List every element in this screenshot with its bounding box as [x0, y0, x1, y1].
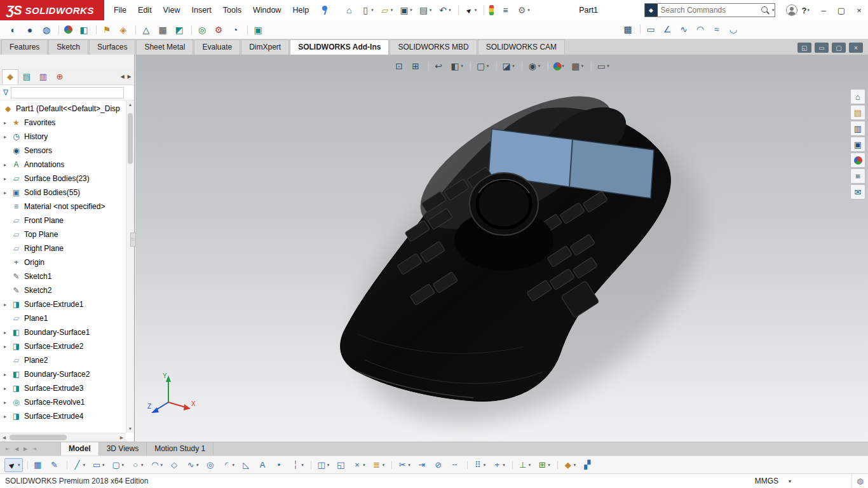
- tree-item[interactable]: ▸ ◨ Surface-Extrude3: [0, 381, 126, 395]
- expand-arrow-icon[interactable]: ▸: [4, 190, 11, 196]
- featuremanager-tab[interactable]: ◆: [2, 69, 18, 85]
- expand-arrow-icon[interactable]: ▸: [4, 176, 11, 182]
- menu-window[interactable]: Window: [247, 0, 287, 20]
- measure-icon[interactable]: ▦: [155, 22, 170, 37]
- extend-entities-icon[interactable]: ⇥ ▾: [414, 458, 430, 472]
- tags-globe-icon[interactable]: ◍: [851, 474, 868, 488]
- tree-item[interactable]: ▸ + Origin: [0, 255, 126, 269]
- mass-properties-icon[interactable]: △: [139, 22, 154, 37]
- help-button[interactable]: ? ▾: [802, 6, 810, 15]
- dropdown-caret-icon[interactable]: ▾: [529, 463, 531, 468]
- expand-arrow-icon[interactable]: ▸: [4, 344, 11, 349]
- dropdown-caret-icon[interactable]: ▾: [161, 463, 163, 468]
- previous-view-icon[interactable]: ↩ ▾: [431, 58, 446, 74]
- point-icon[interactable]: • ▾: [271, 458, 287, 472]
- quick-snaps-icon[interactable]: ◆ ▾: [560, 458, 579, 472]
- primitives-arc-icon[interactable]: ◠: [693, 22, 708, 37]
- expand-arrow-icon[interactable]: ▸: [4, 372, 11, 377]
- tag-icon[interactable]: ◈: [116, 22, 131, 37]
- primitives-box-icon[interactable]: ▭: [643, 22, 658, 37]
- tree-filter-input[interactable]: [11, 87, 124, 98]
- expand-arrow-icon[interactable]: ▸: [4, 330, 11, 336]
- sketch-fillet-icon[interactable]: ◜ ▾: [219, 458, 238, 472]
- tree-item[interactable]: ▸ ▱ Right Plane: [0, 241, 126, 255]
- options-icon[interactable]: ⚙ ▾: [514, 3, 532, 18]
- dropdown-caret-icon[interactable]: ▾: [484, 463, 486, 468]
- dropdown-caret-icon[interactable]: ▾: [383, 463, 385, 468]
- sensors-tool-icon[interactable]: ◔: [227, 22, 243, 37]
- tree-item[interactable]: ▸ ✎ Sketch2: [0, 283, 126, 297]
- dropdown-caret-icon[interactable]: ▾: [233, 463, 235, 468]
- rapid-sketch-icon[interactable]: ▞ ▾: [580, 458, 595, 472]
- linear-sketch-pattern-icon[interactable]: ⠿ ▾: [470, 458, 489, 472]
- panel-tab-right-icon[interactable]: ▶: [126, 71, 133, 83]
- tree-item[interactable]: ▸ ▣ Solid Bodies(55): [0, 186, 126, 200]
- mirror-entities-icon[interactable]: ◫ ▾: [314, 458, 332, 472]
- offset-entities-icon[interactable]: ≣ ▾: [369, 458, 388, 472]
- primitives-angle-icon[interactable]: ∠: [660, 22, 675, 37]
- tree-item[interactable]: ▸ ▱ Plane1: [0, 311, 126, 325]
- dropdown-caret-icon[interactable]: ▾: [562, 64, 564, 69]
- hide-show-items-icon[interactable]: ◉ ▾: [525, 58, 543, 74]
- move-entities-icon[interactable]: + ▾: [489, 458, 508, 472]
- tree-vertical-scrollbar[interactable]: ▲ ▼: [126, 100, 134, 433]
- rectangle-icon[interactable]: ▭ ▾: [89, 458, 107, 472]
- flag-review-icon[interactable]: ⚑: [99, 22, 114, 37]
- tree-item[interactable]: ▸ ▱ Top Plane: [0, 227, 126, 241]
- dropdown-caret-icon[interactable]: ▾: [538, 64, 541, 69]
- tree-item[interactable]: ▸ ≡ Material <not specified>: [0, 200, 126, 214]
- help-caret-icon[interactable]: ▾: [807, 8, 810, 13]
- prev-tab-icon[interactable]: ◀: [12, 446, 21, 452]
- scroll-down-icon[interactable]: ▼: [126, 424, 134, 433]
- doc-pane-icon[interactable]: ◱: [797, 43, 811, 53]
- zoom-to-fit-icon[interactable]: ⊡ ▾: [391, 58, 407, 74]
- tree-horizontal-scrollbar[interactable]: ◀ ▶: [0, 433, 126, 442]
- copy-appearance-icon[interactable]: ◧: [76, 22, 92, 37]
- text-icon[interactable]: A ▾: [255, 458, 270, 472]
- search-input[interactable]: [658, 6, 759, 15]
- tree-item[interactable]: ▸ ◧ Boundary-Surface2: [0, 367, 126, 381]
- minimize-button[interactable]: –: [815, 1, 832, 19]
- view-orientation-icon[interactable]: ▢ ▾: [473, 58, 492, 74]
- menu-file[interactable]: File: [108, 0, 132, 20]
- tab-3d-views[interactable]: 3D Views: [99, 442, 147, 456]
- render-region-icon[interactable]: ◍: [39, 22, 54, 37]
- sketch-tool-icon[interactable]: ▦ ▾: [31, 458, 46, 472]
- tree-root-item[interactable]: ◆ Part1 (Default<<Default>_Disp: [0, 102, 126, 116]
- appearances-scenes-icon[interactable]: [850, 152, 865, 168]
- tree-item[interactable]: ▸ ▱ Plane2: [0, 353, 126, 367]
- edit-appearance-icon[interactable]: ▾: [550, 58, 567, 74]
- tab-evaluate[interactable]: Evaluate: [194, 39, 240, 55]
- expand-arrow-icon[interactable]: ▸: [4, 134, 11, 140]
- print-icon[interactable]: ▤ ▾: [416, 3, 435, 18]
- dropdown-caret-icon[interactable]: ▾: [122, 463, 125, 468]
- dropdown-caret-icon[interactable]: ▾: [512, 64, 515, 69]
- dropdown-caret-icon[interactable]: ▾: [363, 463, 365, 468]
- tab-motion-study-1[interactable]: Motion Study 1: [147, 442, 214, 456]
- dimxpert-tool-icon[interactable]: ▣: [250, 22, 266, 37]
- expand-arrow-icon[interactable]: ▸: [4, 400, 11, 405]
- tree-item[interactable]: ▸ ◨ Surface-Extrude4: [0, 409, 126, 423]
- tree-item[interactable]: ▸ ◷ History: [0, 130, 126, 144]
- expand-arrow-icon[interactable]: ▸: [4, 302, 11, 308]
- dropdown-caret-icon[interactable]: ▾: [487, 64, 489, 69]
- forum-icon[interactable]: ✉: [850, 184, 865, 200]
- select-arrow-icon[interactable]: ► ▾: [461, 3, 480, 18]
- dropdown-caret-icon[interactable]: ▾: [548, 463, 550, 468]
- dropdown-caret-icon[interactable]: ▾: [461, 64, 463, 69]
- menu-edit[interactable]: Edit: [132, 0, 158, 20]
- expand-arrow-icon[interactable]: ▸: [4, 414, 11, 419]
- costing-icon[interactable]: ⚙: [211, 22, 226, 37]
- section-view-icon[interactable]: ◧ ▾: [447, 58, 466, 74]
- dropdown-caret-icon[interactable]: ▾: [430, 8, 432, 13]
- next-tab-icon[interactable]: ▶: [21, 446, 30, 452]
- arc-icon[interactable]: ◠ ▾: [147, 458, 166, 472]
- intersection-curve-icon[interactable]: × ▾: [349, 458, 368, 472]
- tab-dimxpert[interactable]: DimXpert: [241, 39, 289, 55]
- view-settings-icon[interactable]: ▭ ▾: [593, 58, 612, 74]
- section-properties-icon[interactable]: ◩: [172, 22, 187, 37]
- tab-solidworks-mbd[interactable]: SOLIDWORKS MBD: [390, 39, 477, 55]
- expand-arrow-icon[interactable]: ▸: [4, 120, 11, 126]
- search-icon[interactable]: [761, 6, 770, 15]
- search-scope-icon[interactable]: ◆: [645, 4, 658, 17]
